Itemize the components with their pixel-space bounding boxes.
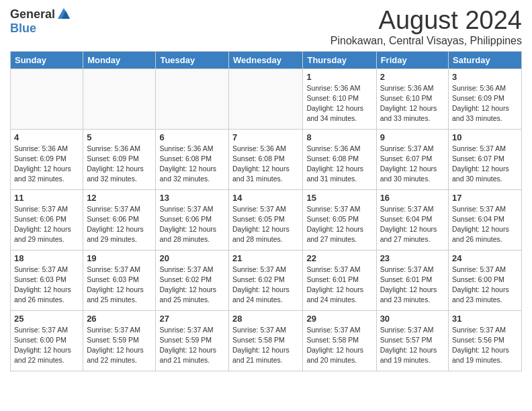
calendar-cell: 1Sunrise: 5:36 AMSunset: 6:10 PMDaylight… xyxy=(303,68,376,129)
day-number: 26 xyxy=(87,314,152,324)
day-info: Sunrise: 5:37 AMSunset: 6:03 PMDaylight:… xyxy=(87,265,152,306)
calendar-cell: 10Sunrise: 5:37 AMSunset: 6:07 PMDayligh… xyxy=(449,129,522,189)
calendar-cell: 15Sunrise: 5:37 AMSunset: 6:05 PMDayligh… xyxy=(303,189,376,250)
day-info: Sunrise: 5:36 AMSunset: 6:09 PMDaylight:… xyxy=(14,144,79,185)
day-number: 7 xyxy=(232,132,299,142)
calendar-table: SundayMondayTuesdayWednesdayThursdayFrid… xyxy=(10,51,522,371)
day-number: 5 xyxy=(87,132,152,142)
day-number: 1 xyxy=(306,72,372,82)
logo-general-text: General xyxy=(10,7,55,21)
calendar-cell: 24Sunrise: 5:37 AMSunset: 6:00 PMDayligh… xyxy=(449,250,522,310)
week-row: 25Sunrise: 5:37 AMSunset: 6:00 PMDayligh… xyxy=(11,310,522,371)
day-number: 2 xyxy=(380,72,445,82)
calendar-cell: 29Sunrise: 5:37 AMSunset: 5:58 PMDayligh… xyxy=(303,310,376,371)
day-info: Sunrise: 5:36 AMSunset: 6:10 PMDaylight:… xyxy=(380,83,445,124)
day-number: 25 xyxy=(14,314,79,324)
day-number: 4 xyxy=(14,132,79,142)
calendar-cell: 3Sunrise: 5:36 AMSunset: 6:09 PMDaylight… xyxy=(449,68,522,129)
calendar-cell: 2Sunrise: 5:36 AMSunset: 6:10 PMDaylight… xyxy=(376,68,448,129)
day-info: Sunrise: 5:37 AMSunset: 5:56 PMDaylight:… xyxy=(452,325,518,366)
calendar-cell: 14Sunrise: 5:37 AMSunset: 6:05 PMDayligh… xyxy=(229,189,303,250)
day-info: Sunrise: 5:37 AMSunset: 5:58 PMDaylight:… xyxy=(306,325,372,366)
day-info: Sunrise: 5:37 AMSunset: 6:03 PMDaylight:… xyxy=(14,265,79,306)
day-number: 18 xyxy=(14,253,79,263)
calendar-cell: 30Sunrise: 5:37 AMSunset: 5:57 PMDayligh… xyxy=(376,310,448,371)
day-number: 30 xyxy=(380,314,445,324)
day-info: Sunrise: 5:37 AMSunset: 6:02 PMDaylight:… xyxy=(232,265,299,306)
day-info: Sunrise: 5:37 AMSunset: 6:04 PMDaylight:… xyxy=(380,204,445,245)
calendar-cell: 18Sunrise: 5:37 AMSunset: 6:03 PMDayligh… xyxy=(11,250,83,310)
day-info: Sunrise: 5:37 AMSunset: 6:06 PMDaylight:… xyxy=(87,204,152,245)
day-number: 20 xyxy=(159,253,225,263)
day-number: 22 xyxy=(306,253,372,263)
day-number: 16 xyxy=(380,193,445,203)
day-info: Sunrise: 5:37 AMSunset: 6:04 PMDaylight:… xyxy=(452,204,518,245)
calendar-cell: 8Sunrise: 5:36 AMSunset: 6:08 PMDaylight… xyxy=(303,129,376,189)
calendar-cell: 13Sunrise: 5:37 AMSunset: 6:06 PMDayligh… xyxy=(156,189,229,250)
calendar-cell: 21Sunrise: 5:37 AMSunset: 6:02 PMDayligh… xyxy=(229,250,303,310)
day-info: Sunrise: 5:37 AMSunset: 5:59 PMDaylight:… xyxy=(159,325,225,366)
calendar-cell: 27Sunrise: 5:37 AMSunset: 5:59 PMDayligh… xyxy=(156,310,229,371)
title-block: August 2024 Pinokawan, Central Visayas, … xyxy=(330,7,522,47)
day-info: Sunrise: 5:37 AMSunset: 5:59 PMDaylight:… xyxy=(87,325,152,366)
week-row: 1Sunrise: 5:36 AMSunset: 6:10 PMDaylight… xyxy=(11,68,522,129)
calendar-cell: 28Sunrise: 5:37 AMSunset: 5:58 PMDayligh… xyxy=(229,310,303,371)
weekday-header: Tuesday xyxy=(156,51,229,68)
day-info: Sunrise: 5:37 AMSunset: 6:06 PMDaylight:… xyxy=(14,204,79,245)
day-number: 15 xyxy=(306,193,372,203)
calendar-cell: 11Sunrise: 5:37 AMSunset: 6:06 PMDayligh… xyxy=(11,189,83,250)
day-info: Sunrise: 5:37 AMSunset: 6:06 PMDaylight:… xyxy=(159,204,225,245)
week-row: 4Sunrise: 5:36 AMSunset: 6:09 PMDaylight… xyxy=(11,129,522,189)
calendar-cell: 6Sunrise: 5:36 AMSunset: 6:08 PMDaylight… xyxy=(156,129,229,189)
day-number: 23 xyxy=(380,253,445,263)
day-info: Sunrise: 5:36 AMSunset: 6:08 PMDaylight:… xyxy=(306,144,372,185)
weekday-header: Saturday xyxy=(449,51,522,68)
calendar-cell: 9Sunrise: 5:37 AMSunset: 6:07 PMDaylight… xyxy=(376,129,448,189)
day-info: Sunrise: 5:37 AMSunset: 6:00 PMDaylight:… xyxy=(14,325,79,366)
day-number: 3 xyxy=(452,72,518,82)
day-number: 24 xyxy=(452,253,518,263)
day-info: Sunrise: 5:37 AMSunset: 6:00 PMDaylight:… xyxy=(452,265,518,306)
calendar-cell: 16Sunrise: 5:37 AMSunset: 6:04 PMDayligh… xyxy=(376,189,448,250)
calendar-cell: 22Sunrise: 5:37 AMSunset: 6:01 PMDayligh… xyxy=(303,250,376,310)
calendar-cell xyxy=(229,68,303,129)
day-number: 11 xyxy=(14,193,79,203)
day-info: Sunrise: 5:36 AMSunset: 6:08 PMDaylight:… xyxy=(159,144,225,185)
day-info: Sunrise: 5:37 AMSunset: 6:01 PMDaylight:… xyxy=(306,265,372,306)
day-info: Sunrise: 5:37 AMSunset: 6:07 PMDaylight:… xyxy=(380,144,445,185)
calendar-cell: 7Sunrise: 5:36 AMSunset: 6:08 PMDaylight… xyxy=(229,129,303,189)
calendar-cell: 31Sunrise: 5:37 AMSunset: 5:56 PMDayligh… xyxy=(449,310,522,371)
day-number: 21 xyxy=(232,253,299,263)
day-number: 10 xyxy=(452,132,518,142)
day-info: Sunrise: 5:36 AMSunset: 6:08 PMDaylight:… xyxy=(232,144,299,185)
calendar-cell: 17Sunrise: 5:37 AMSunset: 6:04 PMDayligh… xyxy=(449,189,522,250)
day-number: 14 xyxy=(232,193,299,203)
calendar-header-row: SundayMondayTuesdayWednesdayThursdayFrid… xyxy=(11,51,522,68)
calendar-cell: 25Sunrise: 5:37 AMSunset: 6:00 PMDayligh… xyxy=(11,310,83,371)
day-info: Sunrise: 5:37 AMSunset: 6:01 PMDaylight:… xyxy=(380,265,445,306)
calendar-cell xyxy=(156,68,229,129)
day-info: Sunrise: 5:37 AMSunset: 5:58 PMDaylight:… xyxy=(232,325,299,366)
day-info: Sunrise: 5:37 AMSunset: 6:05 PMDaylight:… xyxy=(306,204,372,245)
calendar-cell: 5Sunrise: 5:36 AMSunset: 6:09 PMDaylight… xyxy=(83,129,156,189)
day-info: Sunrise: 5:37 AMSunset: 5:57 PMDaylight:… xyxy=(380,325,445,366)
day-number: 28 xyxy=(232,314,299,324)
day-info: Sunrise: 5:37 AMSunset: 6:05 PMDaylight:… xyxy=(232,204,299,245)
logo-blue-text: Blue xyxy=(10,21,36,36)
weekday-header: Thursday xyxy=(303,51,376,68)
header: General Blue August 2024 Pinokawan, Cent… xyxy=(10,7,522,47)
day-info: Sunrise: 5:36 AMSunset: 6:09 PMDaylight:… xyxy=(452,83,518,124)
logo: General Blue xyxy=(10,7,71,36)
calendar-cell: 20Sunrise: 5:37 AMSunset: 6:02 PMDayligh… xyxy=(156,250,229,310)
day-number: 17 xyxy=(452,193,518,203)
day-number: 12 xyxy=(87,193,152,203)
day-number: 31 xyxy=(452,314,518,324)
day-info: Sunrise: 5:37 AMSunset: 6:07 PMDaylight:… xyxy=(452,144,518,185)
month-title: August 2024 xyxy=(330,7,522,35)
weekday-header: Monday xyxy=(83,51,156,68)
week-row: 11Sunrise: 5:37 AMSunset: 6:06 PMDayligh… xyxy=(11,189,522,250)
day-number: 29 xyxy=(306,314,372,324)
day-info: Sunrise: 5:36 AMSunset: 6:10 PMDaylight:… xyxy=(306,83,372,124)
calendar-cell: 23Sunrise: 5:37 AMSunset: 6:01 PMDayligh… xyxy=(376,250,448,310)
day-number: 8 xyxy=(306,132,372,142)
